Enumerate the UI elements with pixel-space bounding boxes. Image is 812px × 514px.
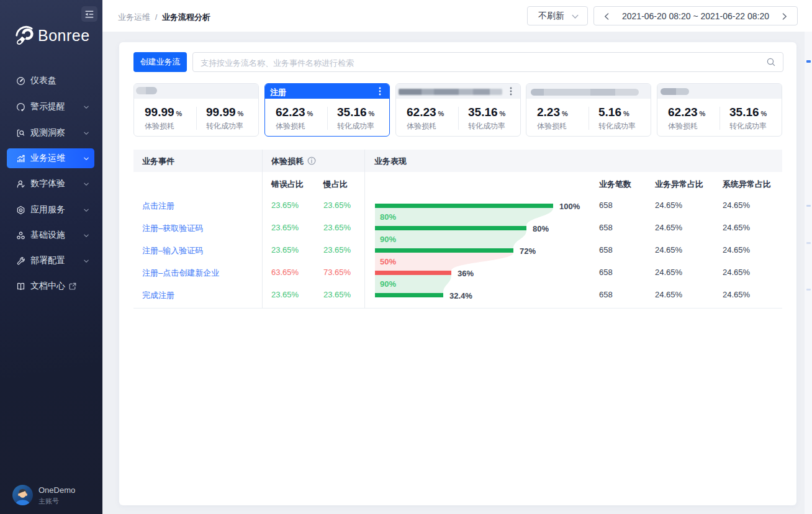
svg-text:50%: 50% <box>380 257 396 266</box>
svg-text:80%: 80% <box>533 224 549 233</box>
svg-text:90%: 90% <box>380 235 396 244</box>
svg-text:36%: 36% <box>458 269 474 278</box>
svg-text:90%: 90% <box>380 279 396 289</box>
svg-text:80%: 80% <box>380 212 396 222</box>
svg-text:72%: 72% <box>520 246 536 256</box>
svg-text:100%: 100% <box>559 202 580 211</box>
svg-text:32.4%: 32.4% <box>449 291 472 300</box>
